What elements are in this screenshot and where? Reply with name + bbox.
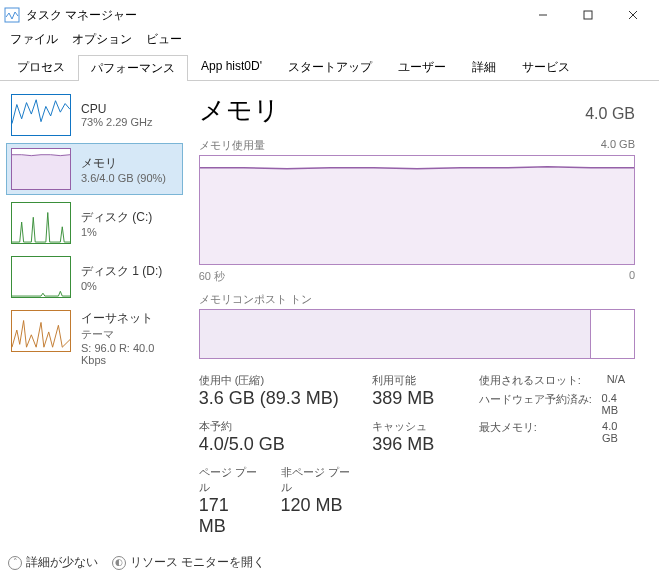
close-button[interactable]: [610, 0, 655, 30]
maximize-button[interactable]: [565, 0, 610, 30]
usage-axis: 60 秒 0: [199, 269, 635, 284]
hw-row: ハードウェア予約済み: 0.4 MB: [479, 392, 635, 416]
committed-value: 4.0/5.0 GB: [199, 434, 353, 455]
sidebar-cpu-name: CPU: [81, 102, 153, 116]
max-row: 最大メモリ: 4.0 GB: [479, 420, 635, 444]
window-title: タスク マネージャー: [26, 7, 520, 24]
stat-paged: ページ プール 171 MB: [199, 465, 261, 537]
sidebar-disk0-name: ディスク (C:): [81, 209, 152, 226]
paged-label: ページ プール: [199, 465, 261, 495]
sidebar-item-disk1[interactable]: ディスク 1 (D:) 0%: [6, 251, 183, 303]
in-use-label: 使用中 (圧縮): [199, 373, 353, 388]
svg-rect-2: [584, 11, 592, 19]
sidebar-memory-name: メモリ: [81, 155, 166, 172]
ethernet-sparkline: [11, 310, 71, 352]
tab-services[interactable]: サービス: [509, 54, 583, 80]
tab-details[interactable]: 詳細: [459, 54, 509, 80]
menu-view[interactable]: ビュー: [140, 30, 188, 50]
fewer-details-button[interactable]: ˄ 詳細が少ない: [8, 554, 98, 571]
stat-available: 利用可能 389 MB: [372, 373, 458, 409]
axis-right: 0: [629, 269, 635, 284]
available-value: 389 MB: [372, 388, 458, 409]
resource-monitor-button[interactable]: ◐ リソース モニターを開く: [112, 554, 265, 571]
sidebar-eth-name: イーサネット: [81, 310, 178, 327]
tab-startup[interactable]: スタートアップ: [275, 54, 385, 80]
composition-fill: [200, 310, 591, 358]
sidebar-item-cpu[interactable]: CPU 73% 2.29 GHz: [6, 89, 183, 141]
tab-apphistory[interactable]: App hist0D': [188, 54, 275, 80]
usage-label: メモリ使用量: [199, 138, 265, 153]
footer: ˄ 詳細が少ない ◐ リソース モニターを開く: [8, 554, 265, 571]
axis-left: 60 秒: [199, 269, 225, 284]
available-label: 利用可能: [372, 373, 458, 388]
window-controls: [520, 0, 655, 30]
cached-label: キャッシュ: [372, 419, 458, 434]
tabs: プロセス パフォーマンス App hist0D' スタートアップ ユーザー 詳細…: [0, 54, 659, 81]
sidebar-item-disk0[interactable]: ディスク (C:) 1%: [6, 197, 183, 249]
usage-max: 4.0 GB: [601, 138, 635, 153]
slots-row: 使用されるスロット: N/A: [479, 373, 635, 388]
sidebar-disk1-name: ディスク 1 (D:): [81, 263, 162, 280]
sidebar-eth-value: S: 96.0 R: 40.0 Kbps: [81, 342, 178, 366]
comp-chart-label: メモリコンポスト トン: [199, 292, 635, 307]
sidebar-eth-line2: テーマ: [81, 327, 178, 342]
stats-col-1: 使用中 (圧縮) 3.6 GB (89.3 MB) 本予約 4.0/5.0 GB…: [199, 373, 353, 547]
sidebar-memory-value: 3.6/4.0 GB (90%): [81, 172, 166, 184]
sidebar-eth-info: イーサネット テーマ S: 96.0 R: 40.0 Kbps: [81, 310, 178, 366]
cached-value: 396 MB: [372, 434, 458, 455]
cpu-sparkline: [11, 94, 71, 136]
sidebar: CPU 73% 2.29 GHz メモリ 3.6/4.0 GB (90%) ディ…: [0, 81, 189, 551]
memory-sparkline: [11, 148, 71, 190]
sidebar-disk0-info: ディスク (C:) 1%: [81, 202, 152, 244]
committed-label: 本予約: [199, 419, 353, 434]
stat-in-use: 使用中 (圧縮) 3.6 GB (89.3 MB): [199, 373, 353, 409]
memory-total: 4.0 GB: [585, 105, 635, 123]
stat-committed: 本予約 4.0/5.0 GB: [199, 419, 353, 455]
sidebar-item-memory[interactable]: メモリ 3.6/4.0 GB (90%): [6, 143, 183, 195]
hw-label: ハードウェア予約済み:: [479, 392, 594, 416]
comp-label: メモリコンポスト トン: [199, 292, 312, 307]
svg-marker-5: [12, 155, 70, 189]
stats-col-3: 使用されるスロット: N/A ハードウェア予約済み: 0.4 MB 最大メモリ:…: [479, 373, 635, 547]
tab-performance[interactable]: パフォーマンス: [78, 55, 188, 81]
svg-marker-6: [200, 168, 634, 264]
chevron-up-icon: ˄: [8, 556, 22, 570]
sidebar-disk1-value: 0%: [81, 280, 162, 292]
in-use-value: 3.6 GB (89.3 MB): [199, 388, 353, 409]
slots-label: 使用されるスロット:: [479, 373, 599, 388]
sidebar-memory-info: メモリ 3.6/4.0 GB (90%): [81, 148, 166, 190]
page-title: メモリ: [199, 93, 280, 128]
main-panel: メモリ 4.0 GB メモリ使用量 4.0 GB 60 秒 0 メモリコンポスト…: [189, 81, 659, 551]
memory-usage-chart: [199, 155, 635, 265]
paged-value: 171 MB: [199, 495, 261, 537]
usage-chart-label: メモリ使用量 4.0 GB: [199, 138, 635, 153]
content: CPU 73% 2.29 GHz メモリ 3.6/4.0 GB (90%) ディ…: [0, 81, 659, 551]
nonpaged-value: 120 MB: [281, 495, 353, 516]
stat-cached: キャッシュ 396 MB: [372, 419, 458, 455]
sidebar-disk0-value: 1%: [81, 226, 152, 238]
resource-monitor-label: リソース モニターを開く: [130, 554, 265, 571]
menubar: ファイル オプション ビュー: [0, 30, 659, 50]
menu-file[interactable]: ファイル: [4, 30, 64, 50]
monitor-icon: ◐: [112, 556, 126, 570]
stats-col-2: 利用可能 389 MB キャッシュ 396 MB: [372, 373, 458, 547]
slots-value: N/A: [607, 373, 625, 388]
sidebar-cpu-info: CPU 73% 2.29 GHz: [81, 94, 153, 136]
sidebar-cpu-value: 73% 2.29 GHz: [81, 116, 153, 128]
max-value: 4.0 GB: [602, 420, 635, 444]
sidebar-disk1-info: ディスク 1 (D:) 0%: [81, 256, 162, 298]
fewer-details-label: 詳細が少ない: [26, 554, 98, 571]
stat-nonpaged: 非ページ プール 120 MB: [281, 465, 353, 537]
minimize-button[interactable]: [520, 0, 565, 30]
tab-processes[interactable]: プロセス: [4, 54, 78, 80]
titlebar: タスク マネージャー: [0, 0, 659, 30]
disk0-sparkline: [11, 202, 71, 244]
tab-users[interactable]: ユーザー: [385, 54, 459, 80]
hw-value: 0.4 MB: [602, 392, 635, 416]
max-label: 最大メモリ:: [479, 420, 594, 444]
main-header: メモリ 4.0 GB: [199, 93, 635, 128]
stats-grid: 使用中 (圧縮) 3.6 GB (89.3 MB) 本予約 4.0/5.0 GB…: [199, 373, 635, 547]
sidebar-item-ethernet[interactable]: イーサネット テーマ S: 96.0 R: 40.0 Kbps: [6, 305, 183, 371]
app-icon: [4, 7, 20, 23]
menu-options[interactable]: オプション: [66, 30, 138, 50]
